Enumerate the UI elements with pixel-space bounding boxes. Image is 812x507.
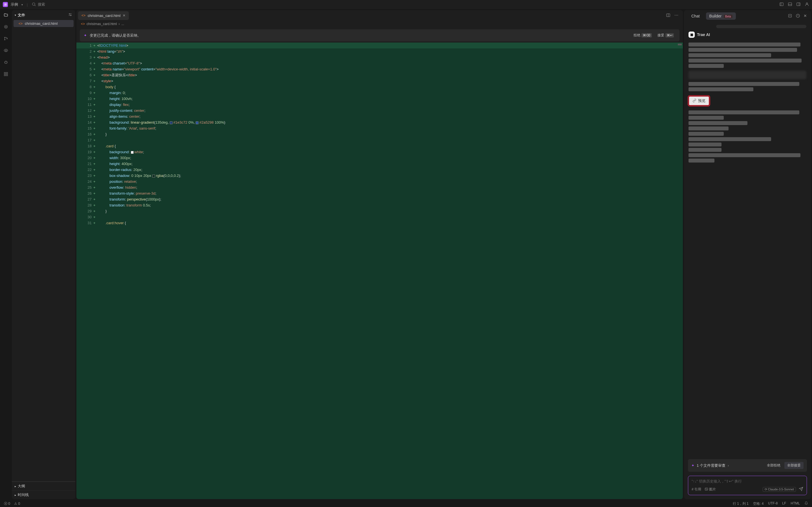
code-line[interactable]: 16+ } — [77, 131, 683, 137]
reject-label: 拒绝 — [633, 33, 640, 38]
code-line[interactable]: 9+ margin: 0; — [77, 90, 683, 96]
review-bar: ✦ 1 个文件需要审查 › 全部拒绝 全部接受 — [688, 459, 807, 472]
code-line[interactable]: 19+ background: white; — [77, 149, 683, 155]
accept-kbd: ⌘↩ — [665, 33, 674, 38]
panel-right-icon[interactable] — [796, 2, 801, 7]
sidebar-section[interactable]: ▸时间线 — [12, 490, 75, 499]
source-control-icon[interactable] — [3, 36, 9, 42]
link-icon — [693, 99, 696, 103]
code-line[interactable]: 12+ justify-content: center; — [77, 108, 683, 114]
code-line[interactable]: 25+ overflow: hidden; — [77, 184, 683, 190]
language-mode[interactable]: HTML — [791, 501, 800, 506]
debug-icon[interactable] — [3, 59, 9, 65]
code-line[interactable]: 29+ } — [77, 208, 683, 214]
chevron-right-icon: ▸ — [15, 494, 16, 497]
reject-all-button[interactable]: 全部拒绝 — [764, 462, 783, 469]
code-line[interactable]: 5+ <meta name="viewport" content="width=… — [77, 66, 683, 72]
cite-button[interactable]: # 引用 — [692, 487, 701, 492]
tab-builder[interactable]: Builder Beta — [706, 12, 736, 20]
code-line[interactable]: 14+ background: linear-gradient(135deg, … — [77, 119, 683, 125]
search-input[interactable]: 搜索 — [32, 2, 45, 7]
split-editor-icon[interactable] — [666, 13, 670, 18]
model-selector[interactable]: ⟳ Claude-3.5-Sonnet — [763, 487, 796, 492]
ai-response-blurred-2 — [689, 109, 806, 164]
svg-rect-18 — [4, 74, 6, 76]
code-line[interactable]: 31+ .card:hover { — [77, 220, 683, 226]
code-line[interactable]: 22+ border-radius: 20px; — [77, 167, 683, 173]
encoding[interactable]: UTF-8 — [768, 501, 777, 506]
file-name: christmas_card.html — [25, 21, 57, 25]
cite-label: 引用 — [695, 487, 701, 491]
input-placeholder: "↑↓" 切换历史输入，"⇧↩" 换行 — [692, 479, 803, 484]
minimap[interactable] — [678, 44, 682, 45]
chat-input[interactable]: "↑↓" 切换历史输入，"⇧↩" 换行 # 引用 图片 ⟳ Claude-3.5… — [688, 476, 807, 495]
html-file-icon: <> — [82, 13, 86, 17]
svg-point-14 — [5, 50, 6, 51]
history-icon[interactable] — [796, 13, 800, 19]
file-item[interactable]: <>christmas_card.html — [13, 20, 73, 27]
eol[interactable]: LF — [782, 501, 786, 506]
image-button[interactable]: 图片 — [705, 487, 716, 492]
ai-avatar-icon: ▣ — [689, 32, 695, 38]
panel-left-icon[interactable] — [779, 2, 784, 7]
breadcrumb[interactable]: <> christmas_card.html › ... — [77, 21, 683, 27]
reject-button[interactable]: 拒绝 ⌘⌫ — [632, 32, 654, 39]
user-message — [716, 25, 806, 28]
code-line[interactable]: 21+ height: 400px; — [77, 161, 683, 167]
account-icon[interactable] — [805, 2, 809, 7]
code-line[interactable]: 1+<!DOCTYPE html> — [77, 43, 683, 48]
sidebar-settings-icon[interactable] — [68, 12, 72, 18]
aim-icon[interactable] — [3, 24, 9, 30]
code-line[interactable]: 18+ .card { — [77, 143, 683, 149]
code-line[interactable]: 27+ transform: perspective(1000px); — [77, 196, 683, 202]
new-chat-icon[interactable] — [788, 13, 792, 19]
svg-rect-17 — [6, 72, 8, 74]
warnings-count[interactable]: ⚠ 0 — [14, 502, 20, 506]
code-line[interactable]: 7+ <style> — [77, 78, 683, 84]
code-line[interactable]: 2+<html lang="zh"> — [77, 48, 683, 54]
code-line[interactable]: 3+<head> — [77, 54, 683, 60]
explorer-icon[interactable] — [3, 12, 9, 18]
visibility-icon[interactable] — [3, 47, 9, 54]
indentation[interactable]: 空格: 4 — [753, 501, 763, 506]
close-icon[interactable]: ✕ — [123, 13, 125, 17]
code-line[interactable]: 17+ — [77, 137, 683, 143]
chevron-right-icon[interactable]: › — [728, 463, 729, 467]
code-line[interactable]: 30+ — [77, 214, 683, 220]
errors-count[interactable]: ⓧ 0 — [4, 501, 10, 506]
ai-header: ▣ Trae AI — [689, 32, 806, 38]
code-line[interactable]: 26+ transform-style: preserve-3d; — [77, 190, 683, 196]
code-line[interactable]: 10+ height: 100vh; — [77, 96, 683, 102]
banner-text: 变更已完成，请确认是否采纳。 — [90, 33, 141, 38]
panel-bottom-icon[interactable] — [788, 2, 792, 7]
code-line[interactable]: 8+ body { — [77, 84, 683, 90]
code-line[interactable]: 4+ <meta charset="UTF-8"> — [77, 60, 683, 66]
code-line[interactable]: 23+ box-shadow: 0 10px 20px rgba(0,0,0,0… — [77, 173, 683, 179]
accept-all-button[interactable]: 全部接受 — [784, 462, 804, 469]
send-icon[interactable] — [799, 487, 803, 492]
notifications-icon[interactable] — [804, 501, 808, 506]
more-icon[interactable]: ⋯ — [674, 13, 678, 18]
accept-button[interactable]: 接受 ⌘↩ — [656, 32, 675, 39]
cursor-position[interactable]: 行 1，列 1 — [733, 501, 749, 506]
code-line[interactable]: 24+ position: relative; — [77, 179, 683, 184]
chevron-down-icon[interactable]: ▾ — [15, 13, 16, 17]
chevron-down-icon[interactable]: ▾ — [21, 3, 23, 6]
code-line[interactable]: 6+ <title>圣诞快乐</title> — [77, 72, 683, 78]
extensions-icon[interactable] — [3, 71, 9, 77]
code-line[interactable]: 11+ display: flex; — [77, 102, 683, 108]
search-placeholder: 搜索 — [38, 2, 45, 7]
code-line[interactable]: 15+ font-family: 'Arial', sans-serif; — [77, 125, 683, 131]
svg-rect-19 — [6, 74, 8, 76]
preview-button[interactable]: 预览 — [689, 96, 709, 106]
tab-christmas-card[interactable]: <> christmas_card.html ✕ — [78, 11, 129, 20]
code-line[interactable]: 28+ transition: transform 0.5s; — [77, 202, 683, 208]
svg-rect-4 — [788, 3, 792, 6]
editor: <> christmas_card.html ✕ ⋯ <> christmas_… — [77, 10, 683, 499]
tab-chat[interactable]: Chat — [688, 12, 703, 20]
sidebar-section[interactable]: ▸大纲 — [12, 482, 75, 490]
close-panel-icon[interactable]: ✕ — [804, 13, 807, 19]
code-line[interactable]: 20+ width: 300px; — [77, 155, 683, 161]
code-line[interactable]: 13+ align-items: center; — [77, 114, 683, 119]
code-editor[interactable]: 1+<!DOCTYPE html>2+<html lang="zh">3+<he… — [77, 43, 683, 499]
